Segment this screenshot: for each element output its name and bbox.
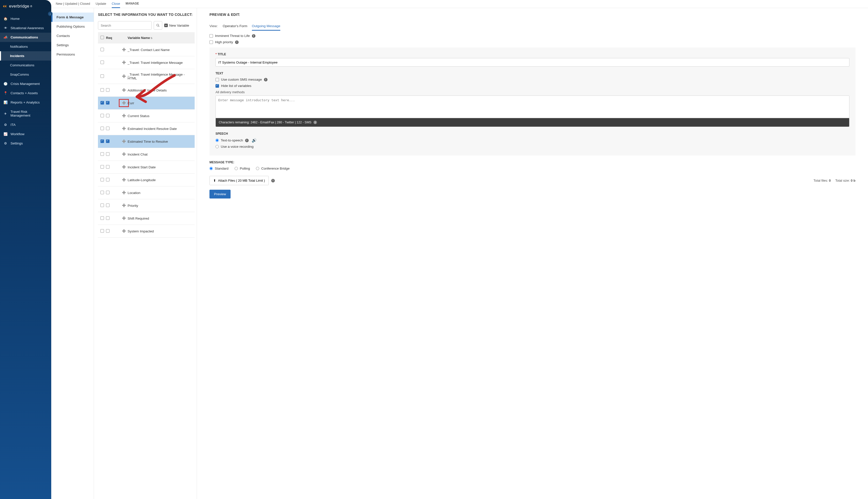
row-checkbox[interactable]	[100, 139, 104, 143]
sidebar-item-communications[interactable]: Communications	[0, 61, 51, 70]
req-checkbox[interactable]	[106, 126, 110, 130]
row-checkbox[interactable]	[100, 204, 104, 207]
variable-row[interactable]: ✚Priority	[98, 199, 195, 212]
priority-checkbox[interactable]	[210, 40, 213, 44]
variable-row[interactable]: ✚Estimated Time to Resolve	[98, 135, 195, 148]
drag-handle-icon[interactable]: ✚	[120, 177, 127, 183]
drag-handle-icon[interactable]: ✚	[120, 151, 127, 157]
sidebar-item-contacts-assets[interactable]: 📍Contacts + Assets	[0, 88, 51, 98]
row-checkbox[interactable]	[100, 114, 104, 117]
search-button[interactable]	[154, 21, 162, 30]
variable-row[interactable]: ✚Incident Start Date	[98, 161, 195, 174]
msg-type-conference-bridge[interactable]: Conference Bridge	[256, 167, 289, 170]
variable-row[interactable]: ✚Location	[98, 186, 195, 199]
sort-icon[interactable]: ⇅	[150, 37, 152, 39]
view-tab-outgoing-message[interactable]: Outgoing Message	[252, 24, 280, 31]
req-checkbox[interactable]	[106, 216, 110, 220]
variable-row[interactable]: ✚Estimated Incident Resolve Date	[98, 122, 195, 135]
req-checkbox[interactable]	[106, 152, 110, 156]
drag-handle-icon[interactable]: ✚	[120, 126, 127, 131]
req-checkbox[interactable]	[106, 165, 110, 169]
info-icon[interactable]: i	[252, 34, 256, 38]
drag-handle-icon[interactable]: ✚	[120, 139, 127, 144]
row-checkbox[interactable]	[100, 229, 104, 233]
drag-handle-icon[interactable]: ✚	[120, 190, 127, 195]
drag-handle-icon[interactable]: ✚	[120, 60, 127, 65]
drag-handle-icon[interactable]: ✚	[120, 113, 127, 119]
drag-handle-icon[interactable]: ✚	[120, 216, 127, 221]
drag-handle-icon[interactable]: ✚	[120, 203, 127, 208]
variable-row[interactable]: ✚Latitude-Longitude	[98, 174, 195, 186]
row-checkbox[interactable]	[100, 101, 104, 105]
req-checkbox[interactable]	[106, 101, 110, 105]
title-input[interactable]	[215, 58, 850, 66]
header-name[interactable]: Variable Name	[127, 36, 150, 40]
info-icon[interactable]: i	[245, 139, 249, 142]
subnav-publishing-options[interactable]: Publishing Options	[51, 22, 94, 31]
sidebar-item-communications[interactable]: 📣Communications	[0, 33, 51, 42]
sidebar-item-situational-awareness[interactable]: 👁Situational Awareness	[0, 23, 51, 33]
view-tab-operator-s-form[interactable]: Operator's Form	[223, 24, 247, 30]
variable-row[interactable]: ✚_Travel: Contact Last Name	[98, 44, 195, 56]
req-checkbox[interactable]	[106, 88, 110, 92]
subnav-contacts[interactable]: Contacts	[51, 31, 94, 40]
row-checkbox[interactable]	[100, 165, 104, 169]
row-checkbox[interactable]	[100, 74, 104, 78]
tts-radio[interactable]	[215, 139, 219, 142]
drag-handle-icon[interactable]: ✚	[120, 100, 127, 106]
subnav-permissions[interactable]: Permissions	[51, 50, 94, 59]
sidebar-item-notifications[interactable]: Notifications	[0, 42, 51, 51]
subnav-form-message[interactable]: Form & Message	[51, 13, 94, 22]
row-checkbox[interactable]	[100, 61, 104, 64]
subnav-settings[interactable]: Settings	[51, 40, 94, 50]
attach-files-button[interactable]: ⬆ Attach Files ( 20 MB Total Limit )	[210, 176, 269, 185]
row-checkbox[interactable]	[100, 216, 104, 220]
sound-icon[interactable]: 🔊	[252, 138, 257, 143]
message-textarea[interactable]	[216, 96, 849, 117]
top-tab-new-updated-closed[interactable]: New | Updated | Closed	[56, 0, 90, 7]
top-tab-close[interactable]: Close	[112, 0, 120, 8]
voice-rec-radio[interactable]	[215, 145, 219, 148]
top-tab-update[interactable]: Update	[96, 0, 106, 7]
sidebar-item-snapcomms[interactable]: SnapComms	[0, 70, 51, 79]
msg-type-polling[interactable]: Polling	[235, 167, 250, 170]
info-icon[interactable]: i	[235, 40, 239, 44]
req-checkbox[interactable]	[106, 229, 110, 233]
variable-row[interactable]: ✚Additional IT Issue Details	[98, 84, 195, 97]
threat-checkbox[interactable]	[210, 34, 213, 38]
row-checkbox[interactable]	[100, 48, 104, 51]
sidebar-item-home[interactable]: 🏠Home	[0, 14, 51, 23]
sidebar-item-reports-analytics[interactable]: 📊Reports + Analytics	[0, 98, 51, 107]
msg-type-standard[interactable]: Standard	[210, 167, 228, 170]
row-checkbox[interactable]	[100, 152, 104, 156]
sidebar-item-settings[interactable]: ⚙Settings	[0, 139, 51, 148]
row-checkbox[interactable]	[100, 191, 104, 194]
req-checkbox[interactable]	[106, 178, 110, 181]
sidebar-item-incidents[interactable]: Incidents	[0, 51, 51, 61]
search-input[interactable]	[98, 21, 152, 30]
variable-row[interactable]: ✚System Impacted	[98, 225, 195, 238]
sidebar-item-crisis-management[interactable]: 🕒Crisis Management	[0, 79, 51, 88]
row-checkbox[interactable]	[100, 88, 104, 92]
variable-row[interactable]: ✚Shift Required	[98, 212, 195, 225]
variable-row[interactable]: ✚_Travel: Travel Intelligence Message - …	[98, 69, 195, 84]
drag-handle-icon[interactable]: ✚	[120, 47, 127, 52]
select-all-checkbox[interactable]	[100, 36, 104, 39]
variable-row[interactable]: ✚_Travel: Travel Intelligence Message	[98, 56, 195, 69]
custom-sms-checkbox[interactable]	[215, 78, 219, 82]
drag-handle-icon[interactable]: ✚	[120, 87, 127, 93]
sidebar-item-ita[interactable]: ⚙ITA	[0, 120, 51, 130]
req-checkbox[interactable]	[106, 204, 110, 207]
collapse-sidebar-button[interactable]: «	[48, 12, 52, 16]
hide-vars-checkbox[interactable]	[215, 84, 219, 88]
variable-row[interactable]: ✚Curr	[98, 97, 195, 110]
sidebar-item-workflow[interactable]: 📈Workflow	[0, 130, 51, 139]
row-checkbox[interactable]	[100, 178, 104, 181]
preview-button[interactable]: Preview	[210, 190, 231, 198]
variable-row[interactable]: ✚Current Status	[98, 110, 195, 122]
variable-row[interactable]: ✚Incident Chat	[98, 148, 195, 161]
info-icon[interactable]: i	[264, 78, 268, 82]
req-checkbox[interactable]	[106, 191, 110, 194]
req-checkbox[interactable]	[106, 114, 110, 117]
row-checkbox[interactable]	[100, 126, 104, 130]
